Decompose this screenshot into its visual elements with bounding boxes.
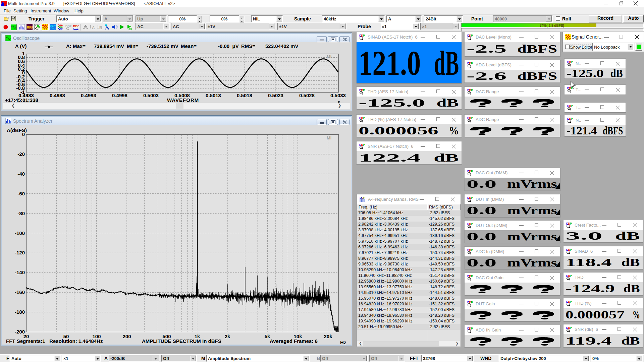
svg-text:DDP: DDP [359,143,365,146]
svg-text:DDP: DDP [567,117,573,120]
svg-text:DUT: DUT [50,25,56,28]
svg-text:DDP: DDP [467,248,473,252]
svg-text:DDP: DDP [467,62,473,65]
svg-text:DDP: DDP [467,116,473,120]
svg-text:DDP: DDP [467,275,473,278]
svg-text:DDP: DDP [467,88,473,92]
svg-text:DDP: DDP [567,60,573,64]
svg-text:DDP: DDP [467,34,473,37]
svg-text:DDP: DDP [566,222,572,225]
svg-text:DDP: DDP [566,300,572,303]
svg-text:DDP: DDP [359,116,365,120]
svg-text:DDP: DDP [467,170,473,173]
svg-text:888: 888 [27,25,33,29]
svg-text:DDP: DDP [467,222,473,226]
svg-text:DDP: DDP [359,88,365,92]
svg-text:DDP: DDP [467,196,473,199]
svg-text:DDC: DDC [73,24,79,28]
svg-text:DDP: DDP [467,327,473,330]
svg-text:DDP: DDP [566,274,572,278]
svg-text:DDP: DDP [566,248,572,251]
svg-text:DDP: DDP [467,301,473,304]
svg-text:DDP: DDP [567,104,573,108]
svg-text:A: A [92,25,95,29]
svg-text:DDP: DDP [359,34,365,37]
svg-text:DDP: DDP [566,326,572,329]
svg-text:B: B [99,25,102,29]
